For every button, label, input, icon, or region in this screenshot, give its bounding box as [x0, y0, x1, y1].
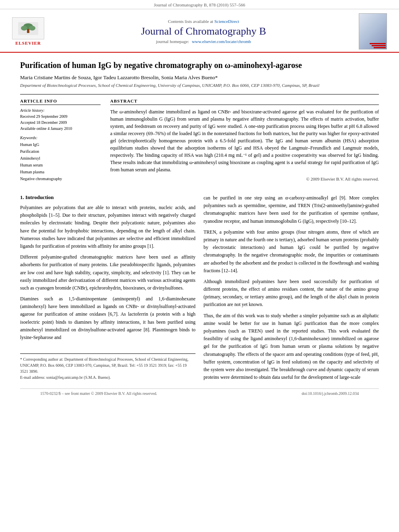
- authors-text: Maria Cristiane Martins de Souza, Igor T…: [20, 74, 218, 80]
- intro-heading: 1. Introduction: [20, 194, 195, 201]
- intro-para-3: Diamines such as 1,5-diaminopentane (ami…: [20, 295, 195, 341]
- contents-line: Contents lists available at ScienceDirec…: [48, 19, 359, 24]
- journal-bar-text: Journal of Chromatography B, 878 (2010) …: [154, 2, 245, 7]
- abstract-section: ABSTRACT The ω-aminohexyl diamine immobi…: [110, 94, 379, 186]
- left-column: 1. Introduction Polyamines are polycatio…: [20, 194, 195, 384]
- svg-point-4: [29, 26, 35, 31]
- right-para-2: TREN, a polyamine with four amino groups…: [204, 228, 379, 275]
- main-journal-title: Journal of Chromatography B: [48, 25, 359, 37]
- cover-line-1: [370, 43, 386, 44]
- keyword-4: Human serum: [20, 162, 101, 168]
- right-para-1: can be purified in one step using an α-c…: [204, 194, 379, 225]
- cover-image: [359, 13, 387, 49]
- history-label: Article history:: [20, 108, 101, 113]
- cover-line-3: [374, 47, 386, 48]
- cover-line-2: [372, 45, 386, 46]
- accepted-date: Accepted 18 December 2009: [20, 119, 101, 125]
- sciencedirect-link[interactable]: ScienceDirect: [214, 19, 239, 24]
- homepage-line: journal homepage: www.elsevier.com/locat…: [48, 39, 359, 44]
- article-info: ARTICLE INFO Article history: Received 2…: [20, 94, 101, 186]
- affiliation: Department of Biotechnological Processes…: [20, 83, 379, 88]
- page-wrapper: Journal of Chromatography B, 878 (2010) …: [0, 0, 399, 405]
- homepage-label: journal homepage:: [156, 39, 189, 44]
- keyword-3: Aminohexyl: [20, 155, 101, 162]
- intro-para-2: Different polyamine-grafted chromatograp…: [20, 253, 195, 292]
- journal-title-block: Contents lists available at ScienceDirec…: [48, 19, 359, 44]
- cover-lines: [370, 43, 386, 48]
- intro-para-1: Polyamines are polycations that are able…: [20, 204, 195, 250]
- journal-bar: Journal of Chromatography B, 878 (2010) …: [0, 0, 399, 9]
- email-address: sonia@feq.unicamp.br (S.M.A. Bueno).: [46, 375, 111, 380]
- keywords-list: Human IgG Purification Aminohexyl Human …: [20, 141, 101, 182]
- keyword-6: Negative chromatography: [20, 175, 101, 182]
- right-para-3: Although immobilized polyamines have bee…: [204, 278, 379, 309]
- svg-point-3: [21, 26, 27, 31]
- abstract-heading: ABSTRACT: [110, 99, 379, 105]
- article-info-abstract: ARTICLE INFO Article history: Received 2…: [20, 94, 379, 186]
- body-columns: 1. Introduction Polyamines are polycatio…: [20, 194, 379, 384]
- contents-label: Contents lists available at: [168, 19, 213, 24]
- article-title: Purification of human IgG by negative ch…: [20, 60, 379, 70]
- received-date: Received 29 September 2009: [20, 113, 101, 119]
- copyright-line: © 2009 Elsevier B.V. All rights reserved…: [110, 177, 379, 181]
- article-content: Purification of human IgG by negative ch…: [0, 53, 399, 405]
- svg-rect-2: [27, 29, 29, 33]
- footnote-corresponding: * Corresponding author at: Department of…: [20, 356, 195, 374]
- right-column: can be purified in one step using an α-c…: [204, 194, 379, 384]
- abstract-text: The ω-aminohexyl diamine immobilized as …: [110, 108, 379, 173]
- issn-text: 1570-0232/$ – see front matter © 2009 El…: [40, 391, 157, 396]
- available-date: Available online 4 January 2010: [20, 125, 101, 131]
- header-area: ELSEVIER Contents lists available at Sci…: [0, 9, 399, 53]
- keyword-2: Purification: [20, 148, 101, 155]
- email-label: E-mail address:: [20, 375, 45, 380]
- doi-text: doi:10.1016/j.jchromb.2009.12.034: [302, 391, 359, 396]
- keywords-section: Keywords: Human IgG Purification Aminohe…: [20, 136, 101, 182]
- homepage-url[interactable]: www.elsevier.com/locate/chromb: [192, 39, 251, 44]
- history-section: Article history: Received 29 September 2…: [20, 108, 101, 131]
- keywords-label: Keywords:: [20, 136, 101, 140]
- article-info-heading: ARTICLE INFO: [20, 99, 101, 105]
- elsevier-logo: ELSEVIER: [8, 17, 48, 45]
- footnote-email: E-mail address: sonia@feq.unicamp.br (S.…: [20, 374, 195, 380]
- bottom-bar: 1570-0232/$ – see front matter © 2009 El…: [20, 388, 379, 398]
- keyword-5: Human plasma: [20, 168, 101, 175]
- authors: Maria Cristiane Martins de Souza, Igor T…: [20, 74, 379, 81]
- elsevier-text: ELSEVIER: [15, 41, 41, 45]
- keyword-1: Human IgG: [20, 141, 101, 148]
- footnote-area: * Corresponding author at: Department of…: [20, 353, 195, 380]
- right-para-4: Thus, the aim of this work was to study …: [204, 312, 379, 382]
- elsevier-logo-box: [12, 17, 44, 39]
